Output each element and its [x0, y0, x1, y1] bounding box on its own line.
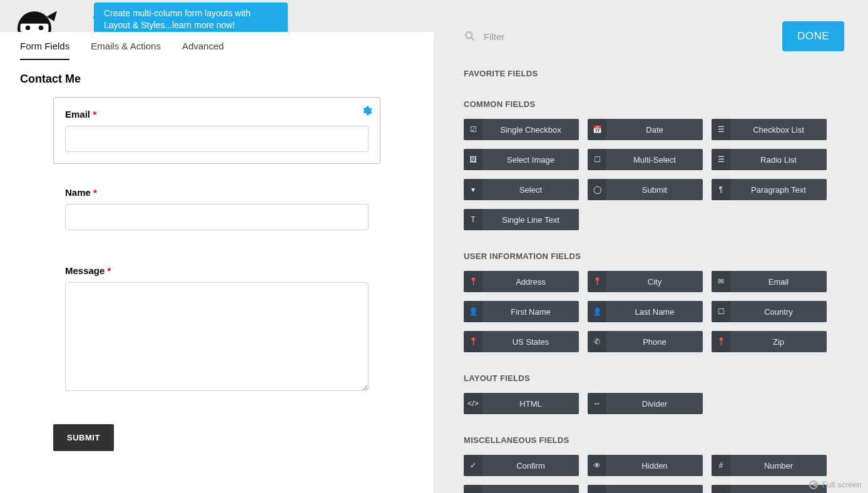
field-chip[interactable]: ✓Confirm [464, 455, 579, 476]
tab-form-fields[interactable]: Form Fields [20, 41, 69, 60]
field-chip-label: Address [483, 277, 579, 287]
field-chip-icon: T [464, 209, 483, 230]
field-chip-label: City [606, 277, 703, 287]
field-chip-icon: ☰ [712, 119, 730, 140]
field-chip-icon: 👤 [464, 301, 483, 322]
field-chip[interactable]: #Number [712, 455, 827, 476]
field-message[interactable]: Message * [53, 253, 380, 405]
field-chip-icon: ✉ [712, 271, 730, 292]
field-chip[interactable]: ☑Single Checkbox [464, 119, 579, 140]
field-label-message: Message * [65, 265, 369, 276]
grid-misc: ✓Confirm👁Hidden#Number▼Recaptcha⊘Anti-Sp… [464, 455, 844, 493]
field-chip-label: Divider [606, 399, 703, 409]
field-chip-label: Select [483, 185, 579, 195]
filter-search [464, 30, 604, 43]
field-chip-label: US States [483, 337, 579, 347]
field-chip-label: Submit [606, 185, 703, 195]
svg-rect-1 [21, 24, 49, 33]
field-chip-icon: ¶ [712, 179, 730, 200]
tab-emails-actions[interactable]: Emails & Actions [91, 41, 161, 60]
submit-button[interactable]: SUBMIT [53, 424, 114, 451]
field-chip[interactable]: ¶Paragraph Text [712, 179, 827, 200]
field-chip-label: Multi-Select [606, 155, 703, 165]
field-chip[interactable]: TSingle Line Text [464, 209, 579, 230]
filter-input[interactable] [483, 31, 604, 43]
field-chip[interactable]: </>HTML [464, 393, 579, 414]
svg-point-2 [26, 26, 31, 31]
field-chip-icon: ☰ [712, 149, 730, 170]
field-chip-icon: ☐ [588, 149, 606, 170]
field-chip[interactable]: 🖼Select Image [464, 149, 579, 170]
grid-layout: </>HTML↔Divider [464, 393, 844, 414]
field-chip[interactable]: 👁Hidden [588, 455, 703, 476]
field-chip[interactable]: 👤Last Name [588, 301, 703, 322]
promo-tooltip[interactable]: Create multi-column form layouts with La… [94, 3, 288, 36]
search-icon [464, 30, 476, 43]
field-chip[interactable]: 📍Zip [712, 331, 827, 352]
field-chip-label: Date [606, 125, 703, 135]
field-chip-icon: ✆ [588, 331, 606, 352]
field-chip[interactable]: 📍US States [464, 331, 579, 352]
message-textarea[interactable] [65, 282, 369, 391]
field-chip[interactable]: ☰Radio List [712, 149, 827, 170]
field-chip[interactable]: 👤First Name [464, 301, 579, 322]
section-title-favorite: FAVORITE FIELDS [464, 69, 844, 78]
field-chip[interactable]: ☰Checkbox List [712, 119, 827, 140]
field-chip-label: Single Checkbox [483, 125, 579, 135]
field-chip-icon: 📅 [588, 119, 606, 140]
field-chip-label: Phone [606, 337, 703, 347]
chevron-left-icon: ◀ [809, 480, 818, 489]
section-title-user: USER INFORMATION FIELDS [464, 252, 844, 261]
field-chip-icon: ★ [712, 485, 730, 493]
field-chip-label: Email [730, 277, 827, 287]
field-chip[interactable]: ✉Email [712, 271, 827, 292]
field-chip-label: First Name [483, 307, 579, 317]
svg-point-3 [39, 26, 44, 31]
field-label-name: Name * [65, 187, 369, 198]
field-chip-label: Checkbox List [730, 125, 827, 135]
field-chip-icon: ↔ [588, 393, 606, 414]
field-chip-label: Confirm [483, 461, 579, 470]
field-chip[interactable]: ▾Select [464, 179, 579, 200]
field-chip-icon: # [712, 455, 730, 476]
tab-advanced[interactable]: Advanced [182, 41, 224, 60]
field-chip[interactable]: ↔Divider [588, 393, 703, 414]
section-title-misc: MISCELLANEOUS FIELDS [464, 435, 844, 445]
field-chip-icon: ☑ [464, 119, 483, 140]
gear-icon[interactable] [361, 105, 372, 119]
field-chip-label: Recaptcha [483, 491, 579, 494]
field-chip-icon: ▾ [464, 179, 483, 200]
field-chip[interactable]: ◯Submit [588, 179, 703, 200]
field-chip-icon: ▼ [464, 485, 483, 493]
field-chip-icon: ⊘ [588, 485, 606, 493]
field-chip-icon: 👁 [588, 455, 606, 476]
field-chip-icon: </> [464, 393, 483, 414]
fullscreen-label: Full screen [822, 480, 862, 489]
field-chip[interactable]: 📅Date [588, 119, 703, 140]
field-chip[interactable]: 📍City [588, 271, 703, 292]
field-chip[interactable]: ▼Recaptcha [464, 485, 579, 493]
form-title[interactable]: Contact Me [20, 73, 414, 86]
done-button[interactable]: DONE [782, 21, 844, 51]
field-chip-label: Star Rating [730, 491, 827, 494]
field-chip-icon: ◯ [588, 179, 606, 200]
field-chip[interactable]: ☐Country [712, 301, 827, 322]
field-chip-label: HTML [483, 399, 579, 409]
svg-line-5 [471, 38, 474, 41]
grid-common: ☑Single Checkbox📅Date☰Checkbox List🖼Sele… [464, 119, 844, 230]
field-name[interactable]: Name * [53, 175, 380, 242]
field-email[interactable]: Email * [53, 97, 380, 164]
field-chip-label: Hidden [606, 461, 703, 470]
field-palette-panel: DONE FAVORITE FIELDS COMMON FIELDS ☑Sing… [434, 0, 868, 493]
email-input[interactable] [65, 126, 369, 152]
field-chip[interactable]: ✆Phone [588, 331, 703, 352]
field-chip-label: Last Name [606, 307, 703, 317]
fullscreen-toggle[interactable]: ◀ Full screen [809, 480, 862, 489]
field-chip[interactable]: ☐Multi-Select [588, 149, 703, 170]
field-chip[interactable]: 📍Address [464, 271, 579, 292]
name-input[interactable] [65, 204, 369, 230]
field-chip[interactable]: ⊘Anti-Spam [588, 485, 703, 493]
svg-point-4 [466, 32, 472, 38]
field-chip-icon: 📍 [712, 331, 730, 352]
field-chip-label: Radio List [730, 155, 827, 165]
